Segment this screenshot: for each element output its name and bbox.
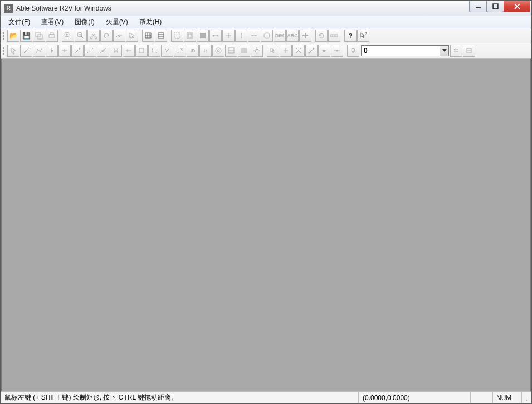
edit-tool-6[interactable] (71, 45, 84, 57)
snap-tool-2[interactable] (280, 45, 292, 57)
line-icon (22, 47, 30, 55)
edit-tool-13[interactable] (161, 45, 173, 57)
menu-help[interactable]: 帮助(H) (134, 16, 168, 28)
measure-button[interactable] (328, 30, 340, 42)
menu-image[interactable]: 图像(I) (69, 16, 100, 28)
snap-x-icon (295, 47, 302, 55)
edit-tool-5[interactable] (58, 45, 71, 57)
save-region-button[interactable] (33, 30, 45, 42)
snap-center-icon (333, 47, 341, 55)
snap-tool-5[interactable] (318, 45, 330, 57)
toolbar-grip[interactable] (3, 30, 6, 42)
dim-text-button[interactable]: DIM (274, 30, 286, 42)
edit-tool-9[interactable] (110, 45, 122, 57)
print-icon (48, 32, 56, 40)
abc-label: ABC (287, 33, 298, 38)
help-button[interactable]: ? (344, 30, 357, 42)
zoom-out-button[interactable] (75, 30, 87, 42)
edit-tool-14[interactable] (174, 45, 186, 57)
svg-rect-64 (139, 48, 144, 53)
edit-tool-16[interactable]: I↑ (199, 45, 212, 57)
snap-tool-1[interactable] (267, 45, 279, 57)
menu-view[interactable]: 查看(V) (36, 16, 69, 28)
svg-rect-21 (158, 33, 164, 38)
undo-button[interactable] (100, 30, 113, 42)
circle-icon (263, 32, 271, 40)
menu-vector[interactable]: 矢量(V) (100, 16, 134, 28)
cross-icon (163, 47, 171, 55)
edit-tool-1[interactable] (7, 45, 19, 57)
save-button[interactable]: 💾 (20, 30, 32, 42)
grid-icon (144, 32, 152, 40)
break-icon (112, 47, 120, 55)
menu-file[interactable]: 文件(F) (3, 16, 36, 28)
edit-tool-15[interactable]: ID (187, 45, 199, 57)
edit-tool-18[interactable] (225, 45, 237, 57)
light-button[interactable] (347, 45, 359, 57)
edit-tool-3[interactable] (33, 45, 45, 57)
open-button[interactable]: 📂 (7, 30, 19, 42)
edit-tool-10[interactable] (123, 45, 135, 57)
layer-prev-button[interactable] (450, 45, 462, 57)
edit-tool-20[interactable] (251, 45, 263, 57)
snap-tool-4[interactable] (305, 45, 318, 57)
layer-next-button[interactable] (463, 45, 475, 57)
edit-tool-19[interactable] (238, 45, 250, 57)
edit-tool-2[interactable] (20, 45, 32, 57)
status-blank (470, 392, 492, 403)
layer-dropdown-button[interactable] (440, 46, 448, 56)
edit-tool-11[interactable] (135, 45, 148, 57)
svg-line-67 (178, 48, 182, 53)
svg-rect-7 (50, 33, 53, 35)
edit-tool-8[interactable] (97, 45, 109, 57)
snap-tool-6[interactable] (331, 45, 343, 57)
abc-text-button[interactable]: ABC (286, 30, 299, 42)
circle-tool-button[interactable] (261, 30, 273, 42)
menu-bar: 文件(F) 查看(V) 图像(I) 矢量(V) 帮助(H) (1, 16, 531, 28)
minimize-button[interactable] (469, 1, 487, 12)
toolbar-grip[interactable] (3, 45, 6, 57)
crosshair-button[interactable] (222, 30, 235, 42)
zoom-in-icon (64, 32, 72, 40)
polyline-icon (35, 47, 43, 55)
svg-line-17 (92, 33, 96, 37)
crop-button[interactable] (87, 30, 100, 42)
dim-label: DIM (275, 33, 285, 38)
svg-rect-73 (241, 48, 247, 53)
resize-grip[interactable] (521, 392, 531, 403)
rect-select-button[interactable] (184, 30, 196, 42)
node-vertical-button[interactable] (235, 30, 247, 42)
pointer-button[interactable] (126, 30, 138, 42)
context-help-button[interactable]: ? (357, 30, 369, 42)
rect-fill-button[interactable] (197, 30, 209, 42)
close-button[interactable] (504, 1, 530, 12)
zoom-in-button[interactable] (62, 30, 74, 42)
edit-tool-4[interactable] (46, 45, 58, 57)
plus-icon (301, 32, 309, 40)
region-button[interactable] (171, 30, 183, 42)
snap-tool-3[interactable] (292, 45, 305, 57)
edit-tool-12[interactable] (148, 45, 160, 57)
grid-options-button[interactable] (155, 30, 167, 42)
line-node-button[interactable] (209, 30, 222, 42)
node-horizontal-button[interactable] (248, 30, 260, 42)
grid-button[interactable] (142, 30, 154, 42)
svg-text:?: ? (365, 32, 367, 36)
maximize-button[interactable] (486, 1, 504, 12)
print-button[interactable] (46, 30, 58, 42)
rotate-button[interactable] (315, 30, 328, 42)
svg-rect-6 (49, 35, 55, 37)
svg-rect-26 (188, 34, 192, 37)
line-node-icon (212, 32, 219, 40)
edit-tool-17[interactable] (212, 45, 224, 57)
layer-input[interactable] (362, 46, 440, 56)
redo-button[interactable] (113, 30, 125, 42)
plus-button[interactable] (299, 30, 311, 42)
workspace[interactable] (1, 59, 531, 391)
save-icon: 💾 (22, 32, 31, 39)
toolbar-main: 📂 💾 DIM ABC ? ? (1, 28, 531, 43)
layer-combo[interactable] (361, 45, 449, 56)
select-icon (9, 47, 17, 55)
edit-tool-7[interactable] (84, 45, 96, 57)
svg-line-58 (87, 51, 90, 53)
